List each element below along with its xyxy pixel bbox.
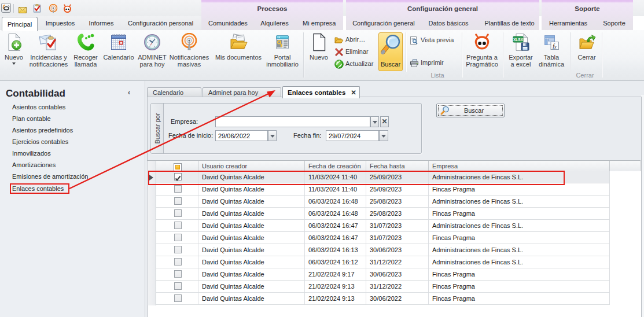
svg-text:XLSX: XLSX [513,38,524,42]
